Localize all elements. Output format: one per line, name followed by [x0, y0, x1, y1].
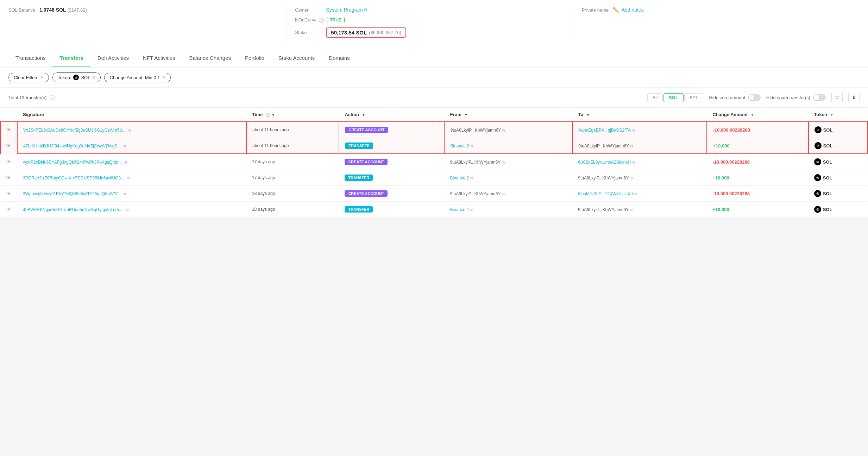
eye-icon[interactable]: 👁 — [6, 207, 11, 212]
eye-cell[interactable]: 👁 — [0, 186, 17, 202]
filter-icon-btn[interactable]: ▽ — [831, 92, 843, 103]
time-sort-icon[interactable]: 🕐 ▼ — [265, 113, 275, 117]
time-cell: 17 days ago — [246, 170, 339, 186]
from-filter-icon[interactable]: ▼ — [464, 113, 468, 117]
sig-copy-icon[interactable]: ⧉ — [124, 192, 126, 196]
eye-cell[interactable]: 👁 — [0, 202, 17, 217]
token-filter-chip[interactable]: Token: ◎ SOL ✕ — [52, 72, 101, 82]
copy-icon[interactable]: ⧉ — [502, 160, 505, 164]
tab-defi[interactable]: Defi Activities — [90, 49, 136, 67]
action-cell: CREATE ACCOUNT — [339, 186, 444, 202]
change-amount-value: +10,000 — [712, 207, 729, 212]
copy-icon[interactable]: ⧉ — [630, 208, 633, 212]
eye-icon[interactable]: 👁 — [6, 143, 11, 148]
sig-copy-icon[interactable]: ⧉ — [126, 208, 129, 212]
from-link[interactable]: Binance 2 — [450, 207, 468, 212]
token-label: SOL — [823, 175, 832, 180]
sig-copy-icon[interactable]: ⧉ — [127, 176, 130, 180]
spl-toggle-btn[interactable]: SPL — [684, 93, 704, 102]
sig-copy-icon[interactable]: ⧉ — [128, 128, 131, 132]
copy-icon[interactable]: ⧉ — [630, 176, 633, 180]
copy-icon[interactable]: ⧉ — [634, 192, 637, 196]
action-cell: TRANSFER — [339, 170, 444, 186]
signature-link[interactable]: vyxrP2oBkiu6SYAFg3xgQbP24rRwPk3PoKgqQrjt… — [23, 160, 122, 165]
from-value: 9tuA8LkyiP...KhWYjamn6Y — [450, 160, 501, 165]
sig-copy-icon[interactable]: ⧉ — [124, 144, 126, 148]
export-icon-btn[interactable]: ⬇ — [848, 92, 860, 103]
signature-link[interactable]: 3WpmwtjUMoy91EbY7MQS5o6yJTA26gnQKsS7V... — [23, 191, 121, 196]
hide-zero-switch[interactable] — [748, 94, 761, 101]
sol-balance-card: SOL Balance 1.0748 SOL ($147.82) — [8, 7, 287, 42]
from-link[interactable]: Binance 2 — [450, 144, 469, 148]
tab-transactions[interactable]: Transactions — [8, 49, 52, 67]
signature-link[interactable]: 47LHiHmkDJH3f34sociNgKag9eMdZjCwwVj3wgS.… — [23, 144, 121, 148]
from-cell: 9tuA8LkyiP...KhWYjamn6Y⧉ — [444, 186, 572, 202]
eye-icon[interactable]: 👁 — [6, 159, 11, 165]
eye-cell[interactable]: 👁 — [0, 122, 17, 138]
all-toggle-btn[interactable]: All — [647, 93, 663, 102]
tab-nft[interactable]: NFT Activities — [136, 49, 182, 67]
eye-icon[interactable]: 👁 — [6, 175, 11, 180]
copy-icon[interactable]: ⧉ — [630, 144, 633, 148]
eye-cell[interactable]: 👁 — [0, 154, 17, 170]
add-notes-link[interactable]: Add notes — [622, 7, 644, 13]
token-filter-x[interactable]: ✕ — [92, 75, 95, 80]
token-label: SOL — [823, 191, 832, 196]
signature-link[interactable]: Vx2S4FEL6x3AuDe8GYNcfZg3uSU3i6G1yCzWm5d.… — [23, 128, 125, 133]
change-amount-filter-icon[interactable]: ▼ — [750, 113, 754, 117]
tab-transfers[interactable]: Transfers — [52, 49, 90, 67]
clear-filters-x[interactable]: ✕ — [40, 75, 44, 80]
sol-icon: ◎ — [814, 190, 821, 197]
to-filter-icon[interactable]: ▼ — [586, 113, 590, 117]
from-cell: Binance 2⧉ — [444, 138, 572, 154]
to-link[interactable]: AahuEgeEPX...qjBuDS2fTA — [578, 128, 631, 133]
to-cell: 9tuA8LkyiP...KhWYjamn6Y⧉ — [572, 170, 707, 186]
stats-left: Total 13 transfer(s) i — [8, 95, 55, 100]
from-link[interactable]: Binance 2 — [450, 176, 468, 180]
edit-icon[interactable]: ✏️ — [613, 7, 619, 13]
copy-icon[interactable]: ⧉ — [502, 192, 505, 196]
action-filter-icon[interactable]: ▼ — [361, 113, 365, 117]
tab-portfolio[interactable]: Portfolio — [238, 49, 271, 67]
token-cell: ◎ SOL — [809, 122, 868, 138]
tab-domains[interactable]: Domains — [322, 49, 357, 67]
eye-icon[interactable]: 👁 — [6, 127, 11, 133]
copy-icon[interactable]: ⧉ — [470, 176, 473, 180]
copy-icon[interactable]: ⧉ — [471, 144, 473, 148]
token-cell: ◎ SOL — [809, 138, 868, 154]
signature-cell: Vx2S4FEL6x3AuDe8GYNcfZg3uSU3i6G1yCzWm5d.… — [17, 122, 246, 138]
copy-icon[interactable]: ⧉ — [632, 128, 635, 132]
th-from: From ▼ — [444, 108, 572, 122]
clear-filters-chip[interactable]: Clear Filters ✕ — [8, 73, 49, 82]
action-cell: TRANSFER — [339, 202, 444, 217]
eye-icon[interactable]: 👁 — [6, 191, 11, 196]
change-amount-x[interactable]: ✕ — [162, 75, 165, 80]
th-change-amount: Change Amount ▼ — [707, 108, 808, 122]
signature-link[interactable]: 3PGRee3bj7C5btyCGxkXrvTSGUSP9fNJa6aviiUG… — [23, 176, 124, 180]
change-amount-value: +10,000 — [712, 175, 729, 180]
signature-cell: 47LHiHmkDJH3f34sociNgKag9eMdZjCwwVj3wgS.… — [17, 138, 246, 154]
owner-link[interactable]: System Program ⧉ — [326, 7, 367, 13]
to-link[interactable]: 6uC2xEL3yv...mnA2SkxnkH — [578, 160, 631, 165]
change-amount-chip[interactable]: Change Amount: Min 0.1 ✕ — [104, 73, 170, 82]
copy-icon[interactable]: ⧉ — [632, 160, 635, 164]
eye-cell[interactable]: 👁 — [0, 170, 17, 186]
signature-cell: 45BVMRKNgxr6nGAUmRDua5uNwGqGytgyfqLndx..… — [17, 202, 246, 217]
signature-link[interactable]: 45BVMRKNgxr6nGAUmRDua5uNwGqGytgyfqLndx..… — [23, 207, 123, 212]
token-filter-col-icon[interactable]: ▼ — [830, 113, 834, 117]
copy-icon[interactable]: ⧉ — [502, 128, 505, 132]
top-section: SOL Balance 1.0748 SOL ($147.82) Owner S… — [0, 0, 868, 49]
sig-copy-icon[interactable]: ⧉ — [125, 160, 127, 164]
sol-balance-value: 1.0748 SOL ($147.82) — [39, 7, 87, 13]
copy-icon[interactable]: ⧉ — [364, 7, 367, 12]
tab-stake-accounts[interactable]: Stake Accounts — [271, 49, 322, 67]
token-value: ◎ SOL — [814, 174, 862, 181]
tab-balance-changes[interactable]: Balance Changes — [182, 49, 238, 67]
copy-icon[interactable]: ⧉ — [470, 208, 473, 212]
hide-spam-switch[interactable] — [813, 94, 826, 101]
token-cell: ◎ SOL — [809, 186, 868, 202]
sol-toggle-btn[interactable]: SOL — [663, 93, 684, 102]
to-link[interactable]: 8jbuMYjSLE...12XWkNUUXd — [578, 191, 633, 196]
eye-cell[interactable]: 👁 — [0, 138, 17, 154]
action-cell: CREATE ACCOUNT — [339, 122, 444, 138]
